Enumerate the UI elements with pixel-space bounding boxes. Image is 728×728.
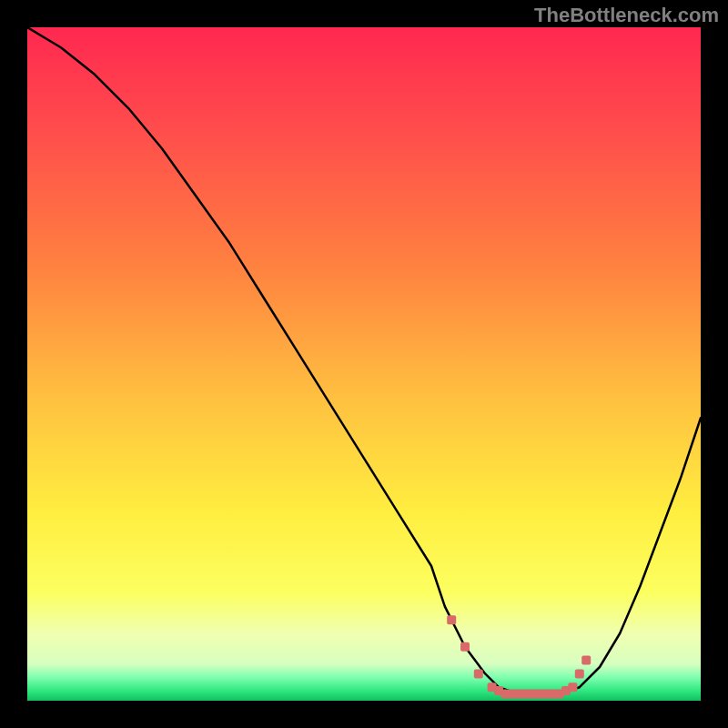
- svg-rect-1: [447, 615, 456, 624]
- watermark-label: TheBottleneck.com: [534, 4, 719, 27]
- svg-rect-18: [581, 656, 591, 665]
- svg-rect-2: [460, 642, 470, 652]
- svg-rect-16: [568, 682, 577, 692]
- svg-rect-3: [474, 669, 483, 678]
- svg-rect-17: [575, 669, 584, 678]
- chart-plot-area: [27, 27, 701, 701]
- optimal-zone-markers: [27, 27, 701, 701]
